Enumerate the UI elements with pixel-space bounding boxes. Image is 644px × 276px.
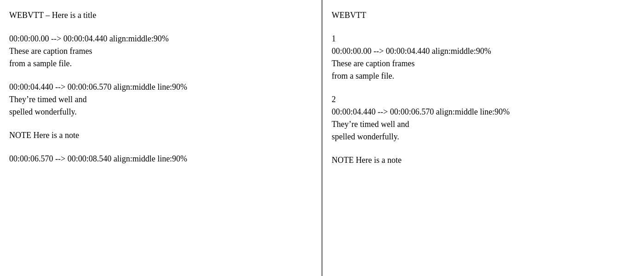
line-right-block-3-1: 00:00:04.440 --> 00:00:06.570 align:midd… [332,106,635,118]
line-right-block-2-3: from a sample file. [332,70,635,82]
line-right-block-4-0: NOTE Here is a note [332,154,635,167]
line-left-block-4-0: NOTE Here is a note [9,129,312,142]
block-right-block-1: WEBVTT [332,9,635,22]
line-left-block-1-0: WEBVTT – Here is a title [9,9,312,22]
block-right-block-3: 200:00:04.440 --> 00:00:06.570 align:mid… [332,93,635,143]
line-right-block-2-0: 1 [332,33,635,45]
block-left-block-3: 00:00:04.440 --> 00:00:06.570 align:midd… [9,81,312,118]
line-left-block-3-1: They’re timed well and [9,93,312,106]
block-left-block-2: 00:00:00.00 --> 00:00:04.440 align:middl… [9,33,312,70]
block-right-block-4: NOTE Here is a note [332,154,635,167]
line-left-block-2-1: These are caption frames [9,45,312,58]
line-left-block-3-0: 00:00:04.440 --> 00:00:06.570 align:midd… [9,81,312,93]
line-right-block-1-0: WEBVTT [332,9,635,22]
line-right-block-2-1: 00:00:00.00 --> 00:00:04.440 align:middl… [332,45,635,58]
line-left-block-2-0: 00:00:00.00 --> 00:00:04.440 align:middl… [9,33,312,45]
line-left-block-3-2: spelled wonderfully. [9,106,312,118]
line-left-block-2-2: from a sample file. [9,58,312,70]
line-right-block-3-0: 2 [332,93,635,106]
line-right-block-3-3: spelled wonderfully. [332,131,635,143]
line-right-block-3-2: They’re timed well and [332,118,635,131]
main-container: WEBVTT – Here is a title00:00:00.00 --> … [0,0,644,276]
line-left-block-5-0: 00:00:06.570 --> 00:00:08.540 align:midd… [9,153,312,165]
block-left-block-4: NOTE Here is a note [9,129,312,142]
left-panel: WEBVTT – Here is a title00:00:00.00 --> … [0,0,322,276]
block-right-block-2: 100:00:00.00 --> 00:00:04.440 align:midd… [332,33,635,82]
right-panel: WEBVTT100:00:00.00 --> 00:00:04.440 alig… [322,0,644,276]
line-right-block-2-2: These are caption frames [332,58,635,70]
block-left-block-5: 00:00:06.570 --> 00:00:08.540 align:midd… [9,153,312,165]
block-left-block-1: WEBVTT – Here is a title [9,9,312,22]
